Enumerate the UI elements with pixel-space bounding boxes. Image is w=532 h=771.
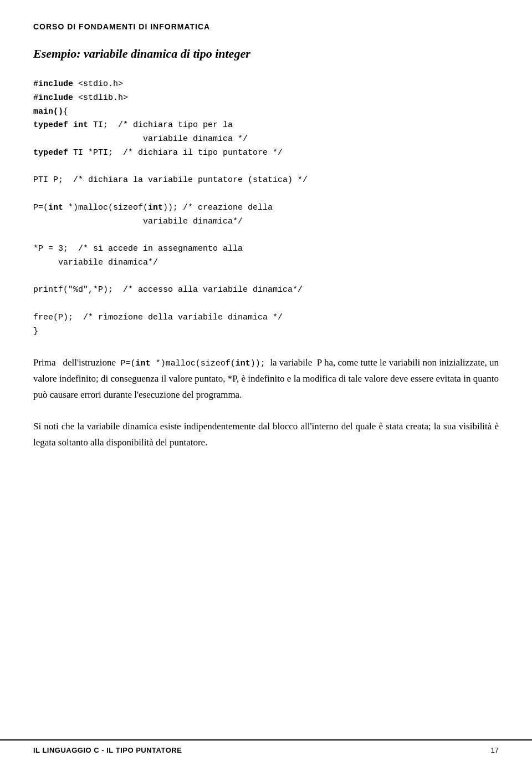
prose1-kw2: int [236, 359, 250, 368]
prose1-kw1: int [136, 359, 151, 368]
prose-paragraph-1: Prima dell'istruzione P=(int *)malloc(si… [33, 355, 499, 403]
prose1-code2: *)malloc(sizeof( [151, 359, 236, 368]
prose1-text-before: Prima dell'istruzione [33, 357, 121, 368]
prose1-code3: )); [250, 359, 265, 368]
prose-paragraph-2: Si noti che la variabile dinamica esiste… [33, 419, 499, 451]
code-block: #include <stdio.h> #include <stdlib.h> m… [33, 78, 499, 338]
course-title: CORSO DI FONDAMENTI DI INFORMATICA [33, 22, 499, 31]
prose1-code1: P=( [121, 359, 136, 368]
footer-title: IL LINGUAGGIO C - IL TIPO PUNTATORE [33, 746, 182, 754]
example-title: Esempio: variabile dinamica di tipo inte… [33, 47, 499, 61]
footer-page-number: 17 [491, 746, 499, 754]
footer: IL LINGUAGGIO C - IL TIPO PUNTATORE 17 [0, 739, 532, 754]
